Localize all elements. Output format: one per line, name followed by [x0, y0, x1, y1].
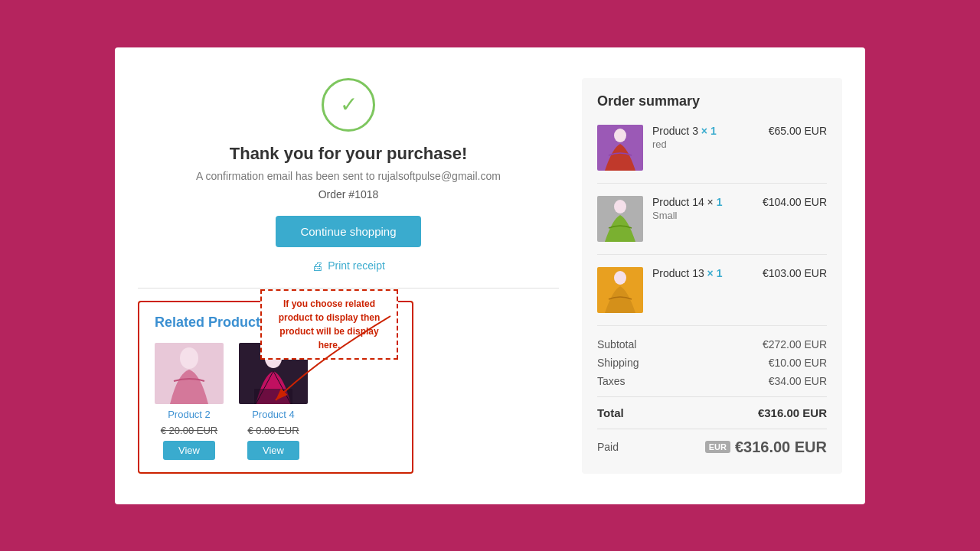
product-2-view-button[interactable]: View: [163, 441, 215, 460]
product-13-thumbnail: [597, 267, 643, 313]
product-4-name: Product 4: [252, 409, 295, 420]
product-2-name: Product 2: [168, 409, 211, 420]
subtotal-row: Subtotal €272.00 EUR: [597, 338, 827, 350]
thank-you-title: Thank you for your purchase!: [230, 144, 468, 164]
order-summary-title: Order summary: [597, 93, 827, 109]
product-3-details: Product 3 × 1 red: [652, 125, 760, 150]
product-14-thumbnail: [597, 196, 643, 242]
order-item-product3: Product 3 × 1 red €65.00 EUR: [597, 125, 827, 184]
confirmation-email: A confirmation email has been sent to ru…: [196, 170, 501, 182]
order-item-product13: Product 13 × 1 €103.00 EUR: [597, 267, 827, 326]
product-4-price: € 0.00 EUR: [247, 425, 299, 436]
main-container: ✓ Thank you for your purchase! A confirm…: [115, 47, 865, 504]
svg-rect-5: [254, 389, 292, 404]
eur-badge: EUR: [705, 441, 730, 453]
svg-point-2: [180, 347, 198, 369]
svg-point-11: [614, 271, 626, 285]
printer-icon: 🖨: [312, 259, 323, 272]
taxes-row: Taxes €34.00 EUR: [597, 375, 827, 387]
product-2-price: € 20.00 EUR: [161, 425, 217, 436]
shipping-row: Shipping €10.00 EUR: [597, 357, 827, 369]
product-card-4: Product 4 € 0.00 EUR View: [239, 343, 308, 460]
totals-divider: [597, 396, 827, 397]
product-3-thumbnail: [597, 125, 643, 171]
product-2-image: [155, 343, 224, 404]
order-item-product14: Product 14 × 1 Small €104.00 EUR: [597, 196, 827, 255]
order-number: Order #1018: [318, 188, 379, 201]
order-summary-section: Order summary Product 3 × 1 red €65.00 E…: [582, 78, 842, 474]
product-card-2: Product 2 € 20.00 EUR View: [155, 343, 224, 460]
product-13-details: Product 13 × 1: [652, 267, 753, 281]
success-icon: ✓: [322, 78, 375, 132]
svg-point-7: [614, 129, 626, 142]
left-section: ✓ Thank you for your purchase! A confirm…: [138, 78, 559, 474]
paid-amount: €316.00 EUR: [735, 439, 827, 456]
svg-point-9: [614, 200, 626, 214]
paid-amount-container: EUR €316.00 EUR: [705, 439, 827, 456]
print-receipt-link[interactable]: 🖨 Print receipt: [312, 259, 385, 272]
annotation-box: If you choose related product to display…: [260, 289, 398, 360]
total-row: Total €316.00 EUR: [597, 406, 827, 419]
product-4-view-button[interactable]: View: [247, 441, 299, 460]
product-14-details: Product 14 × 1 Small: [652, 196, 753, 221]
continue-shopping-button[interactable]: Continue shopping: [276, 216, 420, 247]
paid-section: Paid EUR €316.00 EUR: [597, 429, 827, 456]
section-divider: [138, 288, 559, 289]
products-grid: Product 2 € 20.00 EUR View: [155, 343, 397, 460]
